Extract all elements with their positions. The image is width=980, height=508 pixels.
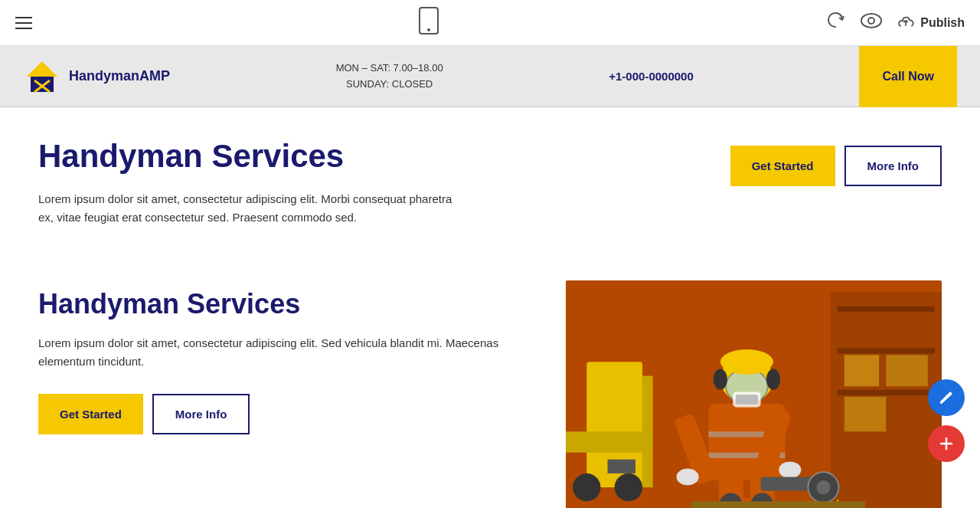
svg-point-1 (427, 28, 430, 31)
hero-buttons: Get Started More Info (730, 146, 942, 186)
worker-scene-svg (566, 280, 942, 508)
second-buttons: Get Started More Info (38, 394, 535, 434)
hero-get-started-button[interactable]: Get Started (730, 146, 835, 186)
svg-rect-17 (566, 431, 649, 452)
svg-rect-19 (608, 460, 635, 474)
eye-preview-icon[interactable] (861, 13, 882, 33)
hero-body: Lorem ipsum dolor sit amet, consectetur … (38, 190, 467, 227)
second-section: Handyman Services Lorem ipsum dolor sit … (0, 265, 980, 508)
svg-rect-51 (691, 501, 865, 508)
second-more-info-button[interactable]: More Info (152, 394, 250, 434)
fab-container (928, 379, 965, 462)
publish-button[interactable]: Publish (897, 15, 965, 31)
second-content: Handyman Services Lorem ipsum dolor sit … (38, 280, 535, 434)
svg-point-21 (615, 474, 642, 501)
mobile-preview-icon[interactable] (418, 7, 439, 39)
svg-point-32 (677, 468, 699, 485)
logo-text: HandymanAMP (69, 68, 170, 84)
header-hours: MON – SAT: 7.00–18.00 SUNDAY: CLOSED (336, 61, 443, 93)
svg-point-38 (720, 349, 773, 375)
publish-label: Publish (920, 16, 965, 30)
second-title: Handyman Services (38, 288, 535, 320)
svg-rect-14 (886, 355, 928, 386)
add-fab-button[interactable] (928, 425, 965, 462)
svg-rect-42 (736, 395, 758, 405)
call-now-button[interactable]: Call Now (859, 46, 957, 107)
svg-rect-18 (642, 376, 653, 487)
second-get-started-button[interactable]: Get Started (38, 394, 143, 434)
svg-point-33 (779, 461, 801, 478)
second-body: Lorem ipsum dolor sit amet, consectetur … (38, 334, 535, 371)
undo-icon[interactable] (825, 11, 845, 34)
svg-point-39 (714, 369, 727, 389)
svg-rect-13 (844, 355, 879, 386)
hours-line1: MON – SAT: 7.00–18.00 (336, 61, 443, 77)
svg-rect-10 (838, 306, 935, 312)
svg-rect-15 (844, 397, 887, 431)
hamburger-menu-icon[interactable] (15, 17, 32, 29)
svg-point-3 (868, 18, 874, 24)
hero-more-info-button[interactable]: More Info (844, 146, 942, 186)
svg-point-45 (816, 480, 830, 494)
header-phone: +1-000-0000000 (609, 70, 694, 83)
toolbar-left (15, 17, 32, 29)
page-content: HandymanAMP MON – SAT: 7.00–18.00 SUNDAY… (0, 46, 980, 508)
logo-icon (23, 57, 61, 96)
svg-marker-4 (27, 61, 57, 77)
toolbar: Publish (0, 0, 980, 46)
worker-image (566, 280, 942, 508)
toolbar-center (418, 7, 439, 39)
edit-fab-button[interactable] (928, 379, 965, 416)
toolbar-right: Publish (825, 11, 965, 34)
hero-section: Handyman Services Lorem ipsum dolor sit … (0, 107, 980, 265)
logo-area: HandymanAMP (23, 57, 170, 96)
svg-rect-11 (838, 348, 935, 353)
svg-rect-5 (31, 77, 54, 92)
site-header: HandymanAMP MON – SAT: 7.00–18.00 SUNDAY… (0, 46, 980, 107)
svg-point-20 (573, 474, 600, 501)
svg-point-2 (861, 14, 881, 28)
svg-rect-12 (838, 390, 935, 395)
svg-point-40 (766, 369, 780, 389)
hours-line2: SUNDAY: CLOSED (336, 77, 443, 93)
